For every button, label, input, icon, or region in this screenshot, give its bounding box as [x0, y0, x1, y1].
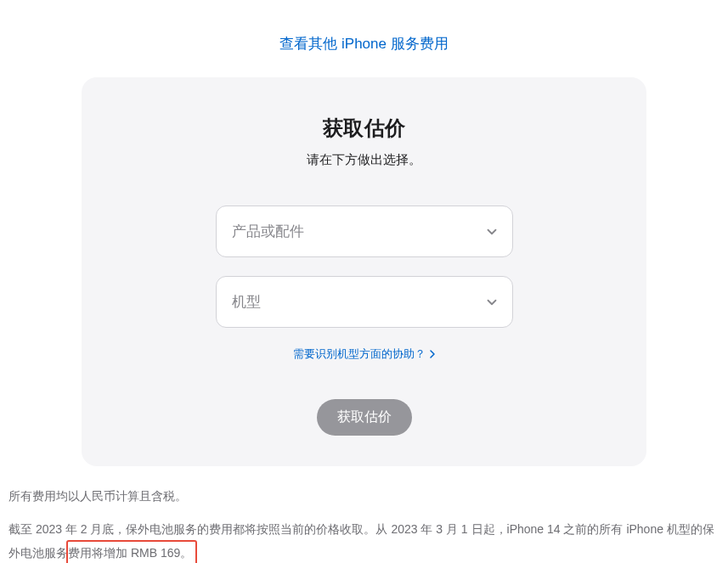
footer-currency-note: 所有费用均以人民币计算且含税。 — [8, 485, 720, 508]
model-select[interactable]: 机型 — [216, 276, 513, 328]
footer-price-change-note: 截至 2023 年 2 月底，保外电池服务的费用都将按照当前的价格收取。从 20… — [8, 518, 720, 563]
product-select-wrap: 产品或配件 — [216, 205, 513, 257]
model-select-placeholder: 机型 — [232, 292, 261, 312]
model-select-wrap: 机型 — [216, 276, 513, 328]
card-subtitle: 请在下方做出选择。 — [122, 152, 606, 168]
top-other-services-link-wrap: 查看其他 iPhone 服务费用 — [0, 0, 728, 77]
product-select-placeholder: 产品或配件 — [232, 222, 304, 241]
product-select[interactable]: 产品或配件 — [216, 205, 513, 257]
get-estimate-button[interactable]: 获取估价 — [317, 399, 412, 436]
footer-price-change-highlight: 费用将增加 RMB 169。 — [66, 540, 197, 563]
chevron-right-icon — [430, 350, 435, 358]
card-title: 获取估价 — [122, 115, 606, 142]
other-iphone-services-link[interactable]: 查看其他 iPhone 服务费用 — [279, 36, 448, 52]
identify-model-help-label: 需要识别机型方面的协助？ — [293, 347, 426, 360]
identify-model-help-wrap: 需要识别机型方面的协助？ — [122, 346, 606, 362]
identify-model-help-link[interactable]: 需要识别机型方面的协助？ — [293, 347, 436, 360]
footer-notes: 所有费用均以人民币计算且含税。 截至 2023 年 2 月底，保外电池服务的费用… — [0, 485, 728, 563]
estimate-card: 获取估价 请在下方做出选择。 产品或配件 机型 需要识别机型方面的协助？ 获取估… — [82, 77, 646, 466]
